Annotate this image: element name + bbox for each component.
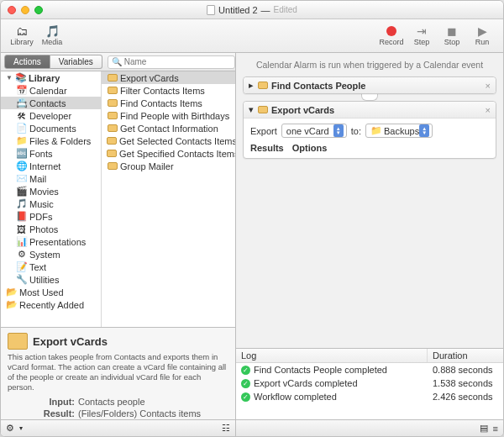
minimize-window[interactable] — [21, 6, 29, 14]
zoom-window[interactable] — [34, 6, 43, 14]
description-pane: Export vCards This action takes people f… — [1, 327, 235, 419]
stop-icon: ◼ — [444, 24, 459, 38]
library-item-mail[interactable]: ✉️Mail — [1, 172, 101, 185]
remove-action-icon[interactable]: × — [486, 81, 491, 91]
connector — [243, 94, 496, 101]
library-root[interactable]: ▼📚Library — [1, 71, 101, 84]
log-header: Log Duration — [236, 349, 503, 363]
search-icon: 🔍 — [112, 57, 122, 66]
library-item-text[interactable]: 📝Text — [1, 261, 101, 273]
search-field[interactable]: 🔍 — [108, 55, 235, 69]
dropdown-icon[interactable]: ▾ — [19, 424, 23, 432]
automator-window: Untitled 2 — Edited 🗂 Library 🎵 Media Re… — [0, 0, 504, 437]
toolbar-right: Record ⇥ Step ◼ Stop ▶ Run — [377, 21, 496, 52]
library-item-pdfs[interactable]: 📕PDFs — [1, 210, 101, 223]
log-row: ✓Export vCards completed1.538 seconds — [236, 376, 503, 390]
description-title: Export vCards — [33, 335, 108, 348]
action-find-people-with-birthdays[interactable]: Find People with Birthdays — [102, 109, 235, 122]
library-item-movies[interactable]: 🎬Movies — [1, 185, 101, 197]
library-pane: Actions Variables 🔍 ▼📚Library📅Calendar📇C… — [1, 53, 236, 436]
close-window[interactable] — [8, 6, 16, 14]
disclosure-icon[interactable]: ▾ — [249, 104, 254, 115]
options-tab[interactable]: Options — [292, 143, 328, 153]
library-item-documents[interactable]: 📄Documents — [1, 122, 101, 134]
record-button[interactable]: Record — [377, 21, 406, 50]
description-icon — [8, 333, 28, 350]
vars-view-icon[interactable]: ≡ — [493, 424, 498, 434]
workflow-canvas[interactable]: ▸Find Contacts People× ▾Export vCards× E… — [236, 76, 503, 348]
workflow-pane: Calendar Alarm is run when triggered by … — [236, 53, 503, 436]
right-statusbar: ▤ ≡ — [236, 419, 503, 436]
library-button[interactable]: 🗂 Library — [8, 21, 36, 50]
log-row: ✓Find Contacts People completed0.888 sec… — [236, 363, 503, 376]
search-input[interactable] — [124, 57, 231, 66]
toolbar-left: 🗂 Library 🎵 Media — [8, 21, 66, 52]
traffic-lights — [8, 6, 43, 14]
step-icon: ⇥ — [414, 24, 429, 38]
library-item-internet[interactable]: 🌐Internet — [1, 160, 101, 172]
to-label: to: — [351, 126, 361, 136]
library-item-utilities[interactable]: 🔧Utilities — [1, 273, 101, 286]
library-tabs: Actions Variables 🔍 — [1, 53, 235, 71]
action-group-mailer[interactable]: Group Mailer — [102, 160, 235, 172]
disclosure-icon[interactable]: ▸ — [249, 80, 254, 91]
workflow-banner: Calendar Alarm is run when triggered by … — [236, 53, 503, 76]
left-statusbar: ⚙ ▾ ☷ — [1, 419, 235, 436]
library-item-contacts[interactable]: 📇Contacts — [1, 97, 101, 109]
media-icon: 🎵 — [45, 24, 60, 38]
check-icon: ✓ — [241, 392, 250, 402]
library-item-fonts[interactable]: 🔤Fonts — [1, 147, 101, 160]
library-item-recently-added[interactable]: 📂Recently Added — [1, 298, 101, 311]
document-icon — [207, 5, 215, 15]
tab-variables[interactable]: Variables — [50, 55, 102, 69]
destination-popup[interactable]: 📁Backups▲▼ — [365, 124, 433, 138]
export-mode-popup[interactable]: one vCard▲▼ — [281, 124, 347, 138]
gear-icon[interactable]: ⚙ — [6, 423, 14, 434]
play-icon: ▶ — [475, 24, 490, 38]
log-row: ✓Workflow completed2.426 seconds — [236, 390, 503, 403]
stop-button[interactable]: ◼ Stop — [438, 21, 466, 50]
log-pane: Log Duration ✓Find Contacts People compl… — [236, 348, 503, 419]
library-item-files-folders[interactable]: 📁Files & Folders — [1, 134, 101, 147]
action-get-selected-contacts-items[interactable]: Get Selected Contacts Items — [102, 134, 235, 147]
library-item-music[interactable]: 🎵Music — [1, 197, 101, 210]
workflow-action-0[interactable]: ▸Find Contacts People× — [243, 76, 496, 94]
export-label: Export — [250, 126, 277, 136]
library-item-most-used[interactable]: 📂Most Used — [1, 286, 101, 298]
library-categories[interactable]: ▼📚Library📅Calendar📇Contacts🛠Developer📄Do… — [1, 71, 102, 327]
run-button[interactable]: ▶ Run — [468, 21, 496, 50]
window-title: Untitled 2 — Edited — [207, 5, 297, 15]
workflow-view-icon[interactable]: ☷ — [222, 423, 230, 434]
library-item-calendar[interactable]: 📅Calendar — [1, 84, 101, 97]
library-item-photos[interactable]: 🖼Photos — [1, 223, 101, 235]
action-find-contacts-items[interactable]: Find Contacts Items — [102, 97, 235, 109]
description-text: This action takes people from Contacts a… — [8, 352, 228, 392]
step-button[interactable]: ⇥ Step — [407, 21, 436, 50]
library-item-developer[interactable]: 🛠Developer — [1, 109, 101, 122]
titlebar: Untitled 2 — Edited — [1, 1, 503, 19]
description-row: Input:Contacts people — [8, 396, 228, 408]
library-item-system[interactable]: ⚙System — [1, 248, 101, 261]
toolbar: 🗂 Library 🎵 Media Record ⇥ Step ◼ Stop — [1, 19, 503, 53]
action-export-vcards[interactable]: Export vCards — [102, 71, 235, 84]
action-get-specified-contacts-items[interactable]: Get Specified Contacts Items — [102, 147, 235, 160]
actions-list[interactable]: Export vCardsFilter Contacts ItemsFind C… — [102, 71, 235, 327]
title-text: Untitled 2 — [218, 5, 257, 15]
edited-badge: Edited — [274, 5, 297, 14]
workflow-action-1[interactable]: ▾Export vCards× Export one vCard▲▼ to: 📁… — [243, 101, 496, 159]
action-filter-contacts-items[interactable]: Filter Contacts Items — [102, 84, 235, 97]
check-icon: ✓ — [241, 366, 250, 375]
log-view-icon[interactable]: ▤ — [480, 423, 488, 434]
library-icon: 🗂 — [14, 24, 29, 38]
check-icon: ✓ — [241, 379, 250, 388]
action-get-contact-information[interactable]: Get Contact Information — [102, 122, 235, 134]
library-item-presentations[interactable]: 📊Presentations — [1, 235, 101, 248]
results-tab[interactable]: Results — [250, 143, 284, 153]
remove-action-icon[interactable]: × — [486, 105, 491, 115]
description-row: Result:(Files/Folders) Contacts items co… — [8, 408, 228, 419]
tab-actions[interactable]: Actions — [4, 55, 50, 69]
record-icon — [384, 24, 399, 38]
title-sep: — — [261, 5, 270, 15]
media-button[interactable]: 🎵 Media — [38, 21, 66, 50]
